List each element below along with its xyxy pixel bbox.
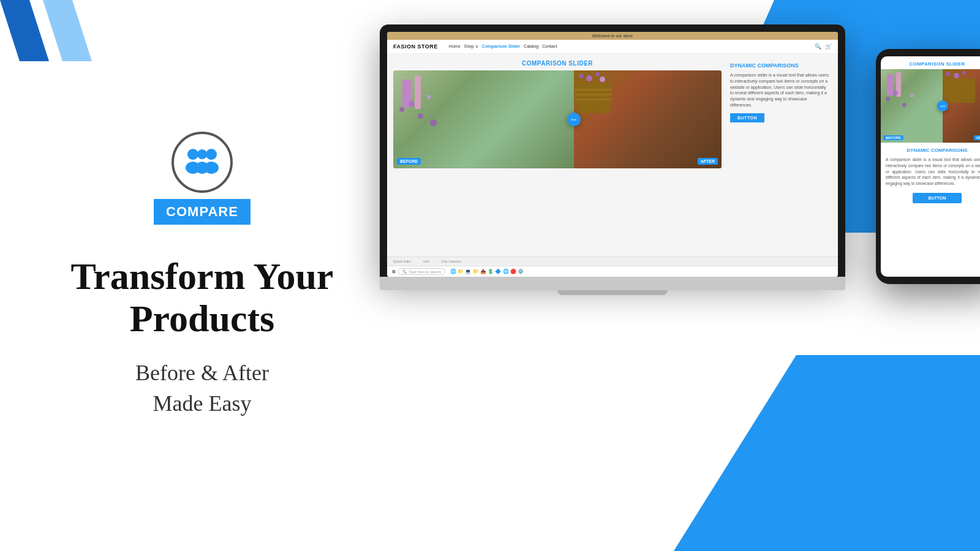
phone-dynamic-text: A comparison slider is a visual tool tha…: [886, 157, 980, 187]
laptop-mockup: Welcome to our store FASION STORE Home S…: [380, 24, 845, 290]
before-label: BEFORE: [397, 158, 421, 165]
phone-button[interactable]: BUTTON: [913, 193, 962, 203]
store-logo-text: FASION STORE: [393, 43, 438, 50]
store-footer: Quick links Info Our mission: [387, 257, 838, 266]
laptop-screen-inner: Welcome to our store FASION STORE Home S…: [387, 32, 838, 277]
phone-mockup: COMPARISON SLIDER: [876, 49, 980, 284]
nav-contact[interactable]: Contact: [542, 44, 557, 49]
phone-before-label: BEFORE: [883, 135, 903, 140]
search-icon[interactable]: 🔍: [815, 43, 821, 50]
taskbar-search[interactable]: 🔍 Type here to search: [398, 268, 445, 275]
logo-people-icon: [181, 146, 224, 179]
slider-handle[interactable]: «»: [567, 113, 581, 126]
phone-slider-before: [881, 69, 943, 143]
store-topbar: Welcome to our store: [387, 32, 838, 40]
left-panel: COMPARE Transform Your Products Before &…: [0, 0, 380, 551]
phone-slider-image[interactable]: «» BEFORE AFTER: [881, 69, 980, 143]
cart-icon[interactable]: 🛒: [825, 43, 832, 50]
dynamic-title: DYNAMIC COMPARISONS: [730, 62, 829, 69]
store-nav-icons: 🔍 🛒: [815, 43, 832, 50]
phone-after-label: AFTER: [974, 135, 980, 140]
logo-area: COMPARE: [154, 132, 251, 225]
svg-point-4: [197, 149, 207, 159]
logo-circle: [172, 132, 233, 193]
taskbar: ⊞ 🔍 Type here to search 🌐 📁 💻 📁 📤 💲 🔷 🌐 …: [387, 266, 838, 277]
phone-slider-title: COMPARISON SLIDER: [881, 56, 980, 69]
dynamic-text: A comparison slider is a visual tool tha…: [730, 72, 829, 108]
windows-icon: ⊞: [392, 269, 396, 274]
footer-col2: Info: [423, 260, 429, 263]
nav-comparison[interactable]: Comparison Slider: [482, 44, 520, 49]
store-nav-links: Home Shop ∨ Comparison Slider Catalog Co…: [449, 44, 557, 49]
footer-col1: Quick links: [393, 260, 411, 263]
phone-slider-handle[interactable]: «»: [937, 100, 948, 111]
svg-point-0: [187, 149, 198, 160]
phone-site: COMPARISON SLIDER: [881, 56, 980, 277]
store-slider-section: COMPARISON SLIDER: [393, 60, 722, 250]
right-panel: Welcome to our store FASION STORE Home S…: [380, 0, 980, 551]
store-right-col: DYNAMIC COMPARISONS A comparison slider …: [728, 60, 832, 250]
store-slider-title: COMPARISON SLIDER: [393, 60, 722, 67]
store-nav: FASION STORE Home Shop ∨ Comparison Slid…: [387, 40, 838, 54]
slider-before-image: [393, 70, 574, 168]
footer-col3: Our mission: [442, 260, 461, 263]
phone-dynamic-title: DYNAMIC COMPARISONS: [886, 148, 980, 153]
phone-slider-after: [943, 69, 980, 143]
main-content: COMPARE Transform Your Products Before &…: [0, 0, 980, 551]
store-button[interactable]: BUTTON: [730, 113, 764, 122]
nav-home[interactable]: Home: [449, 44, 461, 49]
phone-content: DYNAMIC COMPARISONS A comparison slider …: [881, 143, 980, 277]
taskbar-icons: 🌐 📁 💻 📁 📤 💲 🔷 🌐 🔴 ⚙️: [450, 269, 524, 274]
store-slider-image[interactable]: «» BEFORE AFTER: [393, 70, 722, 168]
search-icon: 🔍: [402, 269, 407, 274]
after-label: AFTER: [698, 158, 718, 165]
svg-point-2: [206, 149, 217, 160]
hero-headline: Transform Your Products: [71, 255, 334, 339]
nav-catalog[interactable]: Catalog: [524, 44, 538, 49]
nav-shop[interactable]: Shop ∨: [464, 44, 478, 49]
svg-point-5: [195, 162, 209, 174]
phone-outer: COMPARISON SLIDER: [876, 49, 980, 284]
logo-badge: COMPARE: [154, 199, 251, 225]
store-site: Welcome to our store FASION STORE Home S…: [387, 32, 838, 277]
hero-subheadline: Before & After Made Easy: [135, 358, 269, 419]
laptop-base: [380, 277, 845, 290]
store-main: COMPARISON SLIDER: [387, 54, 838, 257]
slider-after-image: [574, 70, 722, 168]
phone-screen: COMPARISON SLIDER: [881, 56, 980, 277]
laptop-screen-outer: Welcome to our store FASION STORE Home S…: [380, 24, 845, 277]
